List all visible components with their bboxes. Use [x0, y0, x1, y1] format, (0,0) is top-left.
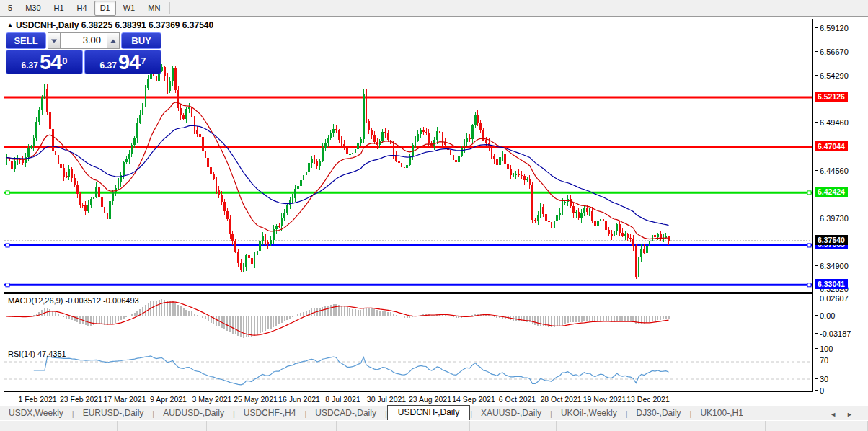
ask-price-pip: 7 [141, 50, 146, 72]
macd-axis-label: 0.00 [820, 311, 835, 320]
rsi-axis-label: 30 [820, 375, 828, 383]
date-label: 6 Oct 2021 [499, 395, 536, 404]
date-label: 3 May 2021 [192, 395, 232, 404]
current-price-tag: 6.37540 [815, 235, 848, 245]
tab-scroll-left-icon[interactable]: ◄ [825, 411, 841, 418]
price-tick: 6.59120 [820, 24, 849, 32]
price-tick: 6.34900 [820, 262, 849, 270]
price-tick: 6.54290 [820, 71, 849, 80]
rsi-axis-label: 70 [820, 356, 828, 365]
ask-price-main: 94 [118, 52, 140, 72]
chart-title: USDCNH-,Daily 6.38225 6.38391 6.37369 6.… [6, 20, 213, 30]
buy-button[interactable]: BUY [121, 32, 161, 49]
date-label: 8 Jul 2021 [325, 395, 360, 404]
chart-title-text: USDCNH-,Daily 6.38225 6.38391 6.37369 6.… [16, 20, 213, 30]
rsi-pane: RSI(14) 47.4351 [4, 347, 813, 392]
price-level-tag: 6.42424 [815, 187, 848, 197]
macd-axis-label: -0.03187 [820, 329, 851, 338]
volume-spinner: 3.00 [48, 32, 120, 49]
timeframe-button-5[interactable]: 5 [2, 1, 18, 16]
date-label: 16 Jun 2021 [278, 395, 320, 404]
date-label: 30 Jul 2021 [367, 395, 406, 404]
macd-pane: MACD(12,26,9) -0.003512 -0.006493 [4, 293, 813, 345]
macd-axis-label: 0.02607 [820, 294, 849, 303]
ask-price-prefix: 6.37 [100, 59, 117, 72]
date-label: 28 Oct 2021 [540, 395, 581, 404]
ask-quote[interactable]: 6.37 94 7 [84, 50, 161, 74]
timeframe-button-h1[interactable]: H1 [48, 1, 70, 16]
status-cell [118, 421, 207, 431]
date-label: 23 Aug 2021 [409, 395, 451, 404]
status-cell [0, 421, 118, 431]
tab-usdcnh[interactable]: USDCNH-,Daily [387, 405, 470, 420]
price-level-tag: 6.33041 [815, 279, 848, 289]
macd-label: MACD(12,26,9) -0.003512 -0.006493 [8, 296, 139, 305]
tab-uk100[interactable]: UK100-,H1 [691, 406, 751, 420]
date-label: 13 Dec 2021 [626, 395, 670, 404]
tab-audusd[interactable]: AUDUSD-,Daily [154, 406, 233, 420]
one-click-trading-panel: SELL 3.00 BUY 6.37 54 0 6.37 94 7 [6, 32, 161, 74]
timeframe-button-d1[interactable]: D1 [94, 1, 116, 16]
timeframe-button-mn[interactable]: MN [142, 1, 166, 16]
volume-increase-button[interactable] [107, 32, 120, 49]
timeframe-button-m30[interactable]: M30 [19, 1, 46, 16]
collapse-panel-icon[interactable]: ▲ [7, 22, 13, 28]
chart-window: ▲ USDCNH-,Daily 6.38225 6.38391 6.37369 … [0, 17, 868, 406]
rsi-chart [4, 347, 812, 391]
date-label: 23 Feb 2021 [60, 395, 102, 404]
tab-usdchf[interactable]: USDCHF-,H4 [235, 406, 305, 420]
price-tick: 6.49460 [820, 118, 849, 127]
volume-input[interactable]: 3.00 [61, 32, 107, 49]
status-cell [557, 421, 668, 431]
date-label: 25 May 2021 [234, 395, 278, 404]
bid-price-pip: 0 [62, 50, 67, 72]
arrow-down-icon [51, 39, 57, 43]
chart-tab-bar: USDX,Weekly|EURUSD-,Daily|AUDUSD-,Daily|… [0, 406, 868, 420]
status-cell [207, 421, 337, 431]
tab-scroll-right-icon[interactable]: ► [841, 411, 858, 418]
trading-terminal: 5M30H1H4D1W1MN ▲ USDCNH-,Daily 6.38225 6… [0, 0, 868, 431]
date-label: 19 Nov 2021 [583, 395, 626, 404]
date-label: 17 Mar 2021 [104, 395, 146, 404]
bid-price-prefix: 6.37 [22, 59, 38, 72]
status-cell [337, 421, 470, 431]
volume-decrease-button[interactable] [48, 32, 61, 49]
arrow-up-icon [110, 39, 116, 43]
rsi-axis-label: 100 [820, 345, 833, 353]
timeframe-button-h4[interactable]: H4 [71, 1, 93, 16]
rsi-axis-label: 0 [820, 386, 824, 395]
tab-xauusd[interactable]: XAUUSD-,Daily [472, 406, 550, 420]
status-bar [0, 420, 868, 431]
status-cell [668, 421, 766, 431]
timeframe-button-w1[interactable]: W1 [118, 1, 141, 16]
bid-price-main: 54 [40, 52, 61, 72]
price-axis: 6.591206.566706.542906.494606.445606.397… [812, 19, 868, 392]
status-cell [766, 421, 868, 431]
price-tick: 6.44560 [820, 166, 849, 175]
date-label: 9 Apr 2021 [150, 395, 187, 404]
tab-eurusd[interactable]: EURUSD-,Daily [74, 406, 153, 420]
sell-button[interactable]: SELL [6, 32, 46, 49]
tab-dj30[interactable]: DJ30-,Daily [628, 406, 690, 420]
price-level-tag: 6.52126 [815, 92, 848, 102]
tab-usdcad[interactable]: USDCAD-,Daily [306, 406, 385, 420]
tab-ukoil[interactable]: UKOil-,Weekly [552, 406, 626, 420]
price-tick: 6.56670 [820, 48, 849, 56]
price-tick: 6.39730 [820, 214, 849, 223]
date-axis: 1 Feb 202123 Feb 202117 Mar 20219 Apr 20… [4, 393, 813, 406]
bid-quote[interactable]: 6.37 54 0 [6, 50, 83, 74]
tab-scroll-controls: ◄► [825, 411, 868, 420]
tab-usdx[interactable]: USDX,Weekly [0, 406, 72, 420]
toolbar-separator [169, 2, 170, 14]
timeframe-toolbar: 5M30H1H4D1W1MN [0, 0, 868, 17]
status-cell [470, 421, 557, 431]
rsi-label: RSI(14) 47.4351 [8, 350, 66, 358]
date-label: 14 Sep 2021 [452, 395, 495, 404]
price-level-tag: 6.47044 [815, 141, 848, 151]
date-label: 1 Feb 2021 [18, 395, 56, 404]
